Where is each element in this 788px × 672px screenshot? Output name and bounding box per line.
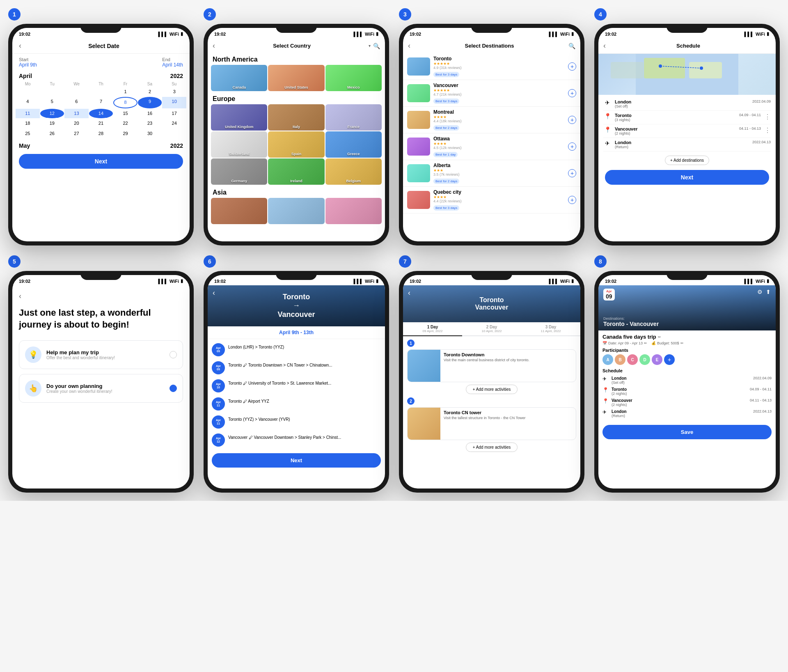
cal-day-16[interactable]: 16: [138, 109, 162, 118]
toronto-menu-icon[interactable]: ⋮: [764, 113, 771, 121]
dest-item-toronto[interactable]: Toronto ★★★★★ 4.9 (31k reviews) Best for…: [403, 53, 580, 80]
back-button-2[interactable]: ‹: [213, 41, 215, 50]
cal-day-27[interactable]: 27: [64, 129, 89, 138]
add-quebec-button[interactable]: +: [568, 196, 576, 204]
schedule-next-button[interactable]: Next: [605, 170, 769, 185]
add-ottawa-button[interactable]: +: [568, 142, 576, 151]
dest-thumb-quebec: [407, 191, 430, 209]
add-vancouver-button[interactable]: +: [568, 89, 576, 97]
country-asia-1[interactable]: [211, 198, 267, 224]
cal-day-14[interactable]: 14: [89, 109, 113, 118]
country-france[interactable]: France: [325, 104, 382, 131]
day-activity-cntower[interactable]: Toronto CN tower Visit the tallest struc…: [407, 407, 576, 440]
country-canada[interactable]: Canada: [211, 65, 267, 91]
cal-day-2[interactable]: 2: [138, 87, 162, 96]
day-tab-2[interactable]: 2 Day 10 April, 2022: [462, 322, 521, 336]
cal-day-19[interactable]: 19: [40, 119, 64, 128]
cal-day-1[interactable]: 1: [113, 87, 137, 96]
help-plan-option[interactable]: 💡 Help me plan my trip Offer the best an…: [19, 340, 183, 369]
trip-save-button[interactable]: Save: [602, 425, 772, 439]
cal-day-5[interactable]: 5: [40, 97, 64, 108]
cal-day-24[interactable]: 24: [162, 119, 186, 128]
cal-day-17[interactable]: 17: [162, 109, 186, 118]
day-activity-downtown[interactable]: Toronto Downtown Visit the main central …: [407, 349, 576, 382]
cal-day-4[interactable]: 4: [16, 97, 40, 108]
add-toronto-button[interactable]: +: [568, 62, 576, 71]
search-icon-3[interactable]: 🔍: [568, 43, 575, 49]
edit-budget-icon[interactable]: ✏: [680, 341, 684, 345]
add-activities-button-2[interactable]: + Add more activities: [466, 443, 518, 452]
country-switzerland[interactable]: Switzerland: [211, 131, 267, 158]
calendar-next-button[interactable]: Next: [19, 154, 183, 169]
country-spain[interactable]: Spain: [268, 131, 324, 158]
start-date[interactable]: April 9th: [19, 62, 37, 68]
country-belgium[interactable]: Belgium: [325, 158, 382, 185]
cal-day-12[interactable]: 12: [40, 109, 64, 118]
itinerary-next-button[interactable]: Next: [212, 453, 381, 468]
edit-date-icon[interactable]: ✏: [644, 341, 647, 345]
dest-stars-quebec: ★★★★: [433, 195, 565, 199]
cal-day-22[interactable]: 22: [113, 119, 137, 128]
country-italy[interactable]: Italy: [268, 104, 324, 131]
dest-item-ottawa[interactable]: Ottawa ★★★★ 4.5 (12k reviews) Best for 1…: [403, 133, 580, 160]
country-mexico[interactable]: Mexico: [325, 65, 382, 91]
cal-day-20[interactable]: 20: [64, 119, 89, 128]
share-icon[interactable]: ⬆: [766, 289, 771, 295]
country-usa[interactable]: United States: [268, 65, 324, 91]
back-button-7[interactable]: ‹: [408, 289, 410, 297]
cal-day-30[interactable]: 30: [138, 129, 162, 138]
dest-item-alberta[interactable]: Alberta ★★★ 3.5 (7k reviews) Best for 2 …: [403, 160, 580, 187]
own-plan-option[interactable]: 👆 Do your own planning Create your own w…: [19, 374, 183, 403]
add-participant-button[interactable]: +: [664, 354, 675, 365]
back-button-1[interactable]: ‹: [19, 41, 21, 50]
back-button-5[interactable]: ‹: [19, 292, 183, 300]
cal-day-18[interactable]: 18: [16, 119, 40, 128]
cal-day-6[interactable]: 6: [64, 97, 89, 108]
dest-item-quebec[interactable]: Quebec city ★★★★ 4.4 (22k reviews) Best …: [403, 187, 580, 213]
date-range-selector: Start April 9th End April 14th: [12, 54, 190, 71]
dest-info-vancouver: Vancouver ★★★★★ 4.7 (21k reviews) Best f…: [433, 83, 565, 104]
search-icon-2[interactable]: 🔍: [373, 43, 380, 49]
cal-day-25[interactable]: 25: [16, 129, 40, 138]
cal-day-9[interactable]: 9: [138, 97, 162, 108]
country-greece[interactable]: Greece: [325, 131, 382, 158]
dest-item-montreal[interactable]: Montreal ★★★★ 4.4 (18k reviews) Best for…: [403, 107, 580, 133]
cal-day-15[interactable]: 15: [113, 109, 137, 118]
cal-day-13[interactable]: 13: [64, 109, 89, 118]
add-activities-button-1[interactable]: + Add more activities: [466, 385, 518, 394]
add-montreal-button[interactable]: +: [568, 116, 576, 124]
country-ireland[interactable]: Ireland: [268, 158, 324, 185]
country-uk[interactable]: United Kingdom: [211, 104, 267, 131]
status-time-2: 19:02: [214, 32, 226, 37]
cal-day-8[interactable]: 8: [113, 97, 137, 108]
country-asia-3[interactable]: [325, 198, 382, 224]
edit-trip-name-icon[interactable]: ✏: [658, 335, 661, 339]
add-alberta-button[interactable]: +: [568, 169, 576, 177]
country-asia-2[interactable]: [268, 198, 324, 224]
cal-day-28[interactable]: 28: [89, 129, 113, 138]
trip-london-return-info: London (Return): [612, 409, 627, 418]
back-button-6[interactable]: ‹: [213, 289, 215, 297]
cal-day-11[interactable]: 11: [16, 109, 40, 118]
own-plan-radio[interactable]: [170, 385, 177, 392]
chevron-down-icon: ▾: [369, 44, 371, 48]
settings-icon[interactable]: ⚙: [757, 289, 763, 295]
day-tab-3[interactable]: 3 Day 11 April, 2022: [521, 322, 580, 336]
cal-day-29[interactable]: 29: [113, 129, 137, 138]
help-plan-radio[interactable]: [170, 351, 177, 358]
country-germany[interactable]: Germany: [211, 158, 267, 185]
day-tab-1[interactable]: 1 Day 09 April, 2022: [403, 322, 462, 336]
day-tab-1-date: 09 April, 2022: [405, 329, 460, 333]
vancouver-menu-icon[interactable]: ⋮: [764, 126, 771, 134]
cal-day-26[interactable]: 26: [40, 129, 64, 138]
cal-day-7[interactable]: 7: [89, 97, 113, 108]
cal-day-21[interactable]: 21: [89, 119, 113, 128]
add-destinations-button[interactable]: + Add destinations: [665, 156, 709, 165]
dest-item-vancouver[interactable]: Vancouver ★★★★★ 4.7 (21k reviews) Best f…: [403, 80, 580, 107]
cal-day-10[interactable]: 10: [162, 97, 186, 108]
cal-day-3[interactable]: 3: [162, 87, 186, 96]
day-tab-1-label: 1 Day: [405, 325, 460, 329]
end-date[interactable]: April 14th: [162, 62, 183, 68]
cal-day-23[interactable]: 23: [138, 119, 162, 128]
dest-badge-quebec: Best for 3 days: [433, 205, 459, 211]
